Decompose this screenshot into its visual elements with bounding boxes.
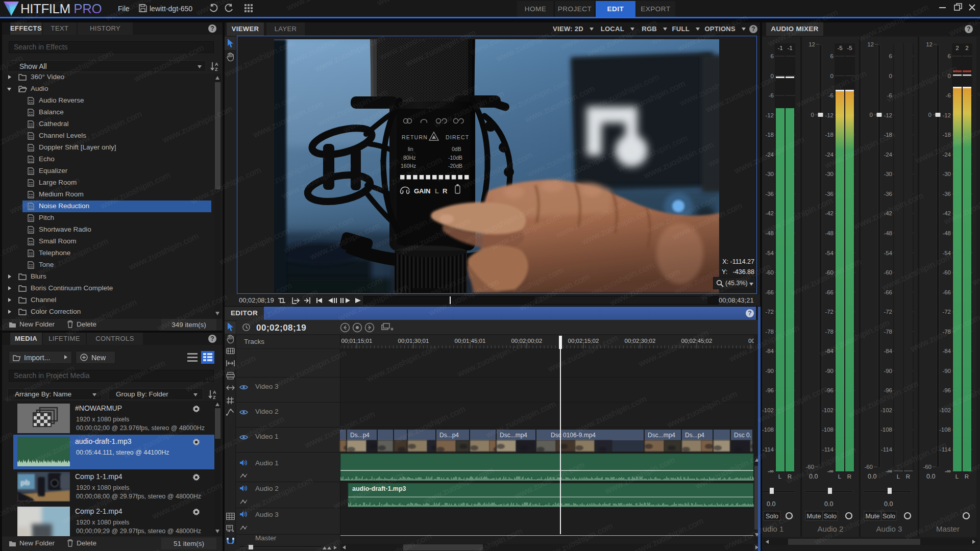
svg-text:0.0: 0.0 — [767, 500, 775, 508]
svg-text:Audio 2: Audio 2 — [818, 524, 844, 533]
svg-text:0.0: 0.0 — [824, 500, 833, 508]
svg-text:-5: -5 — [837, 45, 842, 51]
svg-text:-66: -66 — [942, 289, 951, 295]
svg-text:-1: -1 — [777, 45, 782, 51]
svg-text:0.0: 0.0 — [926, 473, 935, 480]
svg-text:R: R — [788, 473, 792, 480]
svg-text:0.0: 0.0 — [884, 500, 893, 508]
svg-text:R: R — [443, 187, 448, 195]
svg-text:-108: -108 — [939, 427, 951, 433]
svg-text:-5: -5 — [847, 45, 852, 51]
svg-text:6: 6 — [948, 53, 951, 59]
svg-text:GAIN: GAIN — [414, 187, 431, 195]
svg-text:-102: -102 — [822, 407, 834, 413]
svg-text:0: 0 — [889, 73, 892, 79]
svg-text:Solo: Solo — [766, 513, 778, 520]
svg-text:12: 12 — [867, 41, 874, 47]
svg-text:-102: -102 — [762, 407, 774, 413]
svg-text:0: 0 — [870, 112, 873, 118]
svg-text:-60: -60 — [825, 269, 834, 276]
svg-text:-54: -54 — [884, 250, 892, 256]
svg-text:Audio 3: Audio 3 — [876, 524, 902, 533]
svg-text:-66: -66 — [884, 289, 892, 295]
svg-text:-102: -102 — [880, 407, 892, 413]
svg-text:-54: -54 — [765, 250, 774, 256]
svg-text:-90: -90 — [884, 368, 892, 374]
svg-text:-36: -36 — [765, 191, 774, 197]
svg-text:-12: -12 — [884, 112, 892, 118]
svg-text:-6: -6 — [946, 92, 951, 98]
svg-text:-30: -30 — [765, 171, 774, 177]
svg-text:lin: lin — [408, 146, 413, 152]
svg-text:00;02;45;02: 00;02;45;02 — [681, 338, 713, 344]
svg-text:-30: -30 — [942, 171, 951, 177]
svg-text:-84: -84 — [765, 348, 774, 354]
svg-text:-30: -30 — [884, 171, 892, 177]
svg-text:-96: -96 — [765, 387, 774, 393]
svg-text:-60: -60 — [884, 269, 892, 276]
svg-text:pb: pb — [20, 478, 30, 487]
svg-text:6: 6 — [830, 53, 834, 59]
svg-text:-72: -72 — [765, 309, 774, 315]
svg-text:-90: -90 — [765, 368, 774, 374]
svg-text:-12: -12 — [765, 112, 774, 118]
svg-text:-66: -66 — [825, 289, 834, 295]
svg-text:-24: -24 — [825, 152, 834, 158]
svg-text:-54: -54 — [825, 250, 834, 256]
svg-text:-18: -18 — [765, 132, 774, 138]
svg-text:-108: -108 — [822, 427, 834, 433]
svg-text:RETURN: RETURN — [402, 134, 428, 140]
svg-text:12: 12 — [808, 41, 815, 47]
svg-text:-90: -90 — [825, 368, 834, 374]
svg-text:L: L — [955, 473, 959, 480]
svg-text:-20dB: -20dB — [448, 163, 462, 169]
svg-text:-6: -6 — [887, 92, 892, 98]
svg-text:-36: -36 — [825, 191, 834, 197]
svg-text:0: 0 — [830, 73, 834, 79]
svg-text:Mute: Mute — [866, 513, 880, 520]
svg-text:0: 0 — [928, 112, 932, 118]
svg-text:-10dB: -10dB — [448, 155, 462, 161]
svg-text:R: R — [906, 473, 910, 480]
svg-text:-84: -84 — [825, 348, 834, 354]
svg-text:-42: -42 — [825, 210, 834, 216]
svg-text:-60: -60 — [923, 464, 932, 470]
svg-text:2: 2 — [965, 45, 968, 51]
svg-text:Mute: Mute — [807, 513, 821, 520]
svg-text:-48: -48 — [765, 230, 774, 236]
svg-text:-∞: -∞ — [827, 468, 834, 474]
svg-text:-18: -18 — [942, 132, 951, 138]
svg-text:udio 1: udio 1 — [763, 524, 784, 533]
svg-text:6: 6 — [771, 53, 774, 59]
svg-text:80Hz: 80Hz — [403, 155, 416, 161]
svg-text:-∞: -∞ — [768, 468, 774, 474]
svg-text:-108: -108 — [880, 427, 892, 433]
svg-text:-12: -12 — [942, 112, 951, 118]
svg-text:-60: -60 — [942, 269, 951, 276]
svg-text:-54: -54 — [942, 250, 951, 256]
svg-text:-72: -72 — [942, 309, 951, 315]
svg-text:-96: -96 — [825, 387, 834, 393]
svg-text:12: 12 — [926, 41, 933, 47]
svg-text:-78: -78 — [825, 329, 834, 335]
svg-text:-6: -6 — [828, 92, 834, 98]
svg-text:-18: -18 — [884, 132, 892, 138]
svg-text:-78: -78 — [765, 329, 774, 335]
svg-text:-108: -108 — [762, 427, 774, 433]
svg-text:-102: -102 — [939, 407, 951, 413]
svg-text:-78: -78 — [884, 329, 892, 335]
svg-text:00;0: 00;0 — [748, 338, 754, 344]
svg-text:0: 0 — [948, 73, 951, 79]
svg-text:A: A — [213, 390, 216, 395]
svg-text:-60: -60 — [805, 464, 814, 470]
svg-text:-96: -96 — [942, 387, 951, 393]
svg-text:L: L — [778, 473, 782, 480]
svg-text:-114: -114 — [822, 446, 834, 453]
svg-text:-1: -1 — [787, 45, 792, 51]
svg-text:audio-draft-1.mp3: audio-draft-1.mp3 — [352, 485, 406, 492]
svg-text:-42: -42 — [765, 210, 774, 216]
svg-text:Z: Z — [213, 395, 216, 399]
svg-text:-42: -42 — [942, 210, 951, 216]
svg-text:-18: -18 — [825, 132, 834, 138]
svg-text:-96: -96 — [884, 387, 892, 393]
